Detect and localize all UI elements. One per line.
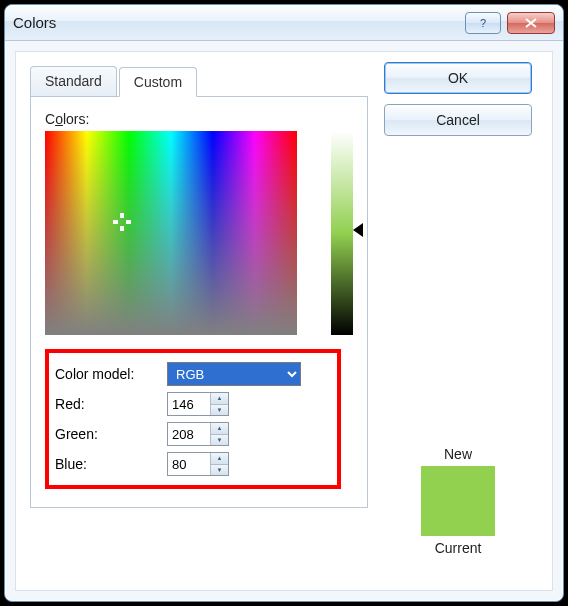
red-input[interactable] [168, 393, 210, 415]
blue-label: Blue: [55, 456, 167, 472]
new-label: New [421, 446, 495, 462]
ok-button[interactable]: OK [384, 62, 532, 94]
green-label: Green: [55, 426, 167, 442]
blue-up-button[interactable]: ▲ [211, 453, 228, 465]
colors-label: Colors: [45, 111, 353, 127]
luminance-slider[interactable] [331, 131, 353, 335]
tab-standard[interactable]: Standard [30, 66, 117, 96]
current-label: Current [421, 540, 495, 556]
red-down-button[interactable]: ▼ [211, 405, 228, 416]
cancel-button[interactable]: Cancel [384, 104, 532, 136]
blue-input[interactable] [168, 453, 210, 475]
tab-custom[interactable]: Custom [119, 67, 197, 97]
green-input[interactable] [168, 423, 210, 445]
custom-panel: Colors: Color model: [30, 97, 368, 508]
color-model-label: Color model: [55, 366, 167, 382]
help-button[interactable]: ? [465, 12, 501, 34]
window-title: Colors [13, 14, 56, 31]
right-column: OK Cancel New Current [384, 62, 532, 556]
crosshair-icon [113, 213, 131, 231]
titlebar: Colors ? [5, 5, 563, 41]
red-label: Red: [55, 396, 167, 412]
client-area: Standard Custom Colors: [15, 51, 553, 591]
color-field[interactable] [45, 131, 297, 335]
luminance-arrow-icon [353, 223, 363, 237]
highlight-annotation: Color model: RGB Red: ▲▼ [45, 349, 341, 489]
close-button[interactable] [507, 12, 555, 34]
new-color-swatch [421, 466, 495, 536]
green-up-button[interactable]: ▲ [211, 423, 228, 435]
green-down-button[interactable]: ▼ [211, 435, 228, 446]
color-model-select[interactable]: RGB [167, 362, 301, 386]
red-spinner[interactable]: ▲▼ [167, 392, 229, 416]
colors-dialog: Colors ? Standard Custom Colors: [4, 4, 564, 602]
blue-spinner[interactable]: ▲▼ [167, 452, 229, 476]
svg-text:?: ? [480, 17, 486, 29]
preview-area: New Current [421, 446, 495, 556]
green-spinner[interactable]: ▲▼ [167, 422, 229, 446]
red-up-button[interactable]: ▲ [211, 393, 228, 405]
blue-down-button[interactable]: ▼ [211, 465, 228, 476]
tabstrip: Standard Custom [30, 66, 368, 97]
